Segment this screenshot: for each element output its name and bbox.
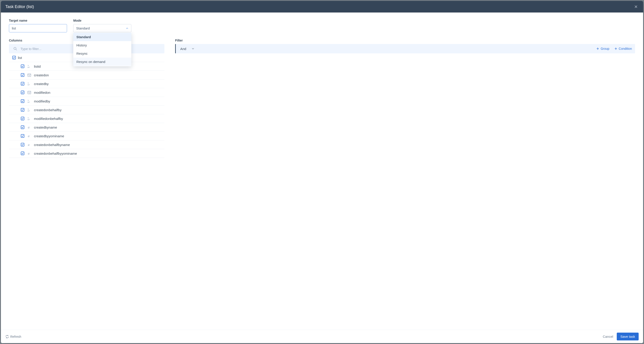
column-name: createdon <box>34 73 49 77</box>
mode-label: Mode <box>73 19 131 22</box>
modal-footer: Refresh Cancel Save task <box>1 330 643 343</box>
plus-icon <box>614 47 618 50</box>
filter-operator-select[interactable]: And <box>179 47 194 51</box>
mode-select-wrap: Standard StandardHistoryResyncResync on … <box>73 24 131 32</box>
checkbox-checked-icon[interactable] <box>20 73 24 77</box>
checkbox-checked-icon[interactable] <box>12 56 16 60</box>
column-row[interactable]: 1-a-fcreatedonbehalfby <box>9 106 164 114</box>
svg-text:30: 30 <box>28 75 30 76</box>
filter-root-box: And Group Condit <box>175 44 635 53</box>
type-text-icon: a <box>27 134 31 138</box>
footer-actions: Cancel Save task <box>603 333 639 341</box>
columns-list[interactable]: list 1-a-flistid30createdon1-a-fcreatedb… <box>9 53 164 330</box>
filter-panel: Filter And Group <box>175 39 635 330</box>
svg-rect-25 <box>21 134 24 137</box>
modal-backdrop: Task Editor (list) Target name Mode Stan… <box>0 0 644 344</box>
svg-text:a: a <box>28 152 30 155</box>
checkbox-checked-icon[interactable] <box>20 143 24 147</box>
checkbox-checked-icon[interactable] <box>20 151 24 155</box>
type-key-icon: 1-a-f <box>27 82 31 86</box>
type-key-icon: 1-a-f <box>27 108 31 112</box>
refresh-label: Refresh <box>10 335 21 339</box>
columns-root-label: list <box>18 56 22 60</box>
save-task-button[interactable]: Save task <box>617 333 639 341</box>
column-name: createdonbehalfbyname <box>34 143 70 147</box>
svg-rect-20 <box>21 117 24 120</box>
svg-rect-17 <box>21 108 24 111</box>
columns-panel: Columns list 1 <box>9 39 164 330</box>
column-name: modifiedby <box>34 99 50 103</box>
modal-body: Target name Mode Standard StandardHistor… <box>1 12 643 330</box>
plus-icon <box>596 47 599 50</box>
mode-option-resync[interactable]: Resync <box>73 49 131 58</box>
column-name: createdbyyominame <box>34 134 64 138</box>
task-editor-modal: Task Editor (list) Target name Mode Stan… <box>1 1 643 343</box>
target-name-input[interactable] <box>9 24 67 32</box>
svg-point-0 <box>14 47 16 49</box>
refresh-button[interactable]: Refresh <box>5 335 21 339</box>
svg-text:a-f: a-f <box>28 66 30 68</box>
column-row[interactable]: 1-a-fmodifiedonbehalfby <box>9 114 164 123</box>
mode-option-standard[interactable]: Standard <box>73 33 131 41</box>
add-condition-button[interactable]: Condition <box>614 47 632 50</box>
svg-text:1-: 1- <box>28 65 29 66</box>
svg-text:a-f: a-f <box>28 101 30 103</box>
svg-text:a-f: a-f <box>28 84 30 85</box>
svg-rect-5 <box>21 73 24 76</box>
modal-title: Task Editor (list) <box>5 4 34 9</box>
checkbox-checked-icon[interactable] <box>20 82 24 86</box>
checkbox-checked-icon[interactable] <box>20 134 24 138</box>
svg-text:a: a <box>28 143 30 146</box>
column-row[interactable]: acreatedonbehalfbyyominame <box>9 149 164 158</box>
column-row[interactable]: 1-a-fcreatedby <box>9 79 164 88</box>
type-text-icon: a <box>27 151 31 155</box>
type-key-icon: 1-a-f <box>27 64 31 68</box>
checkbox-checked-icon[interactable] <box>20 90 24 94</box>
column-name: createdbyname <box>34 125 57 129</box>
column-row[interactable]: acreatedonbehalfbyname <box>9 140 164 149</box>
top-fields-row: Target name Mode Standard StandardHistor… <box>9 19 635 32</box>
svg-rect-14 <box>21 100 24 103</box>
type-date-icon: 30 <box>27 73 31 77</box>
svg-text:1-: 1- <box>28 82 29 84</box>
column-name: listid <box>34 64 41 68</box>
target-name-label: Target name <box>9 19 67 22</box>
checkbox-checked-icon[interactable] <box>20 99 24 103</box>
column-row[interactable]: acreatedbyname <box>9 123 164 132</box>
column-name: createdby <box>34 82 49 86</box>
mode-option-history[interactable]: History <box>73 41 131 49</box>
filter-label: Filter <box>175 39 635 42</box>
main-row: Columns list 1 <box>9 39 635 330</box>
type-text-icon: a <box>27 125 31 129</box>
mode-field: Mode Standard StandardHistoryResyncResyn… <box>73 19 131 32</box>
column-row[interactable]: 30createdon <box>9 71 164 79</box>
column-name: createdonbehalfby <box>34 108 62 112</box>
svg-rect-2 <box>21 65 24 68</box>
cancel-button[interactable]: Cancel <box>603 335 613 339</box>
column-name: modifiedon <box>34 91 50 94</box>
refresh-icon <box>5 335 9 339</box>
filter-actions: Group Condition <box>596 47 632 50</box>
column-row[interactable]: 1-a-fmodifiedby <box>9 97 164 106</box>
add-group-label: Group <box>601 47 610 50</box>
svg-text:a: a <box>28 134 30 138</box>
mode-select[interactable]: Standard <box>73 24 131 32</box>
svg-rect-23 <box>21 126 24 129</box>
column-row[interactable]: 30modifiedon <box>9 88 164 97</box>
close-button[interactable] <box>633 4 639 9</box>
checkbox-checked-icon[interactable] <box>20 64 24 68</box>
chevron-up-icon <box>126 27 128 30</box>
target-name-field: Target name <box>9 19 67 32</box>
chevron-down-icon <box>192 47 194 50</box>
type-key-icon: 1-a-f <box>27 116 31 121</box>
column-row[interactable]: acreatedbyyominame <box>9 132 164 140</box>
type-key-icon: 1-a-f <box>27 99 31 103</box>
checkbox-checked-icon[interactable] <box>20 108 24 112</box>
checkbox-checked-icon[interactable] <box>20 125 24 129</box>
modal-header: Task Editor (list) <box>1 1 643 12</box>
checkbox-checked-icon[interactable] <box>20 116 24 121</box>
column-name: modifiedonbehalfby <box>34 117 63 121</box>
svg-rect-11 <box>21 91 24 94</box>
add-group-button[interactable]: Group <box>596 47 610 50</box>
mode-option-resync-on-demand[interactable]: Resync on demand <box>73 58 131 66</box>
